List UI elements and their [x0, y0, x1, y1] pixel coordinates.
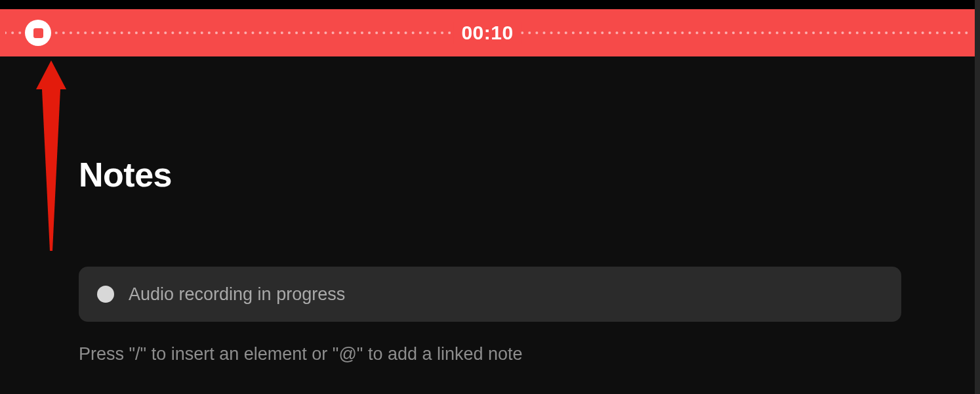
recording-indicator-icon — [97, 286, 114, 303]
scrollbar-track[interactable] — [975, 0, 980, 394]
stop-icon — [33, 28, 43, 38]
recording-elapsed-time: 00:10 — [453, 22, 521, 44]
recording-bar: 00:10 — [0, 9, 975, 56]
window-chrome-strip — [0, 0, 975, 9]
recording-status-label: Audio recording in progress — [129, 284, 345, 305]
note-content-area: Notes Audio recording in progress Press … — [0, 56, 980, 364]
audio-recording-block[interactable]: Audio recording in progress — [79, 267, 901, 322]
editor-placeholder-hint[interactable]: Press "/" to insert an element or "@" to… — [79, 344, 901, 364]
stop-recording-button[interactable] — [25, 20, 51, 46]
page-title: Notes — [79, 155, 901, 194]
